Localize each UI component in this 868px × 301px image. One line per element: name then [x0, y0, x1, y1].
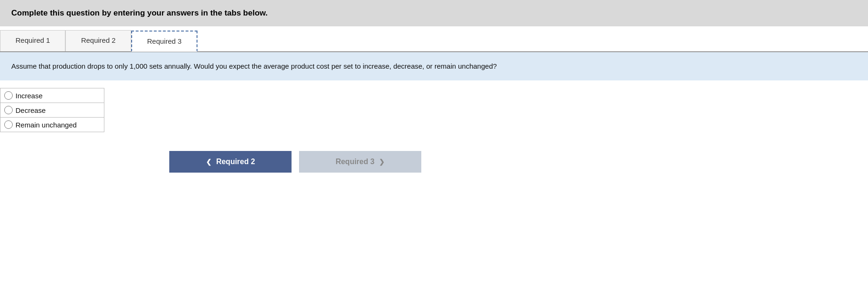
option-increase-radio[interactable] — [4, 91, 13, 100]
question-text: Assume that production drops to only 1,0… — [11, 62, 497, 70]
chevron-right-icon — [379, 158, 385, 166]
option-remain-label: Remain unchanged — [16, 121, 77, 129]
tab-required-3[interactable]: Required 3 — [131, 31, 197, 52]
options-container: Increase Decrease Remain unchanged — [0, 88, 104, 132]
option-remain-radio[interactable] — [4, 120, 13, 129]
instruction-header: Complete this question by entering your … — [0, 0, 868, 26]
option-remain-row: Remain unchanged — [0, 118, 104, 132]
next-button[interactable]: Required 3 — [299, 151, 421, 173]
chevron-left-icon — [206, 158, 212, 166]
instruction-text: Complete this question by entering your … — [11, 8, 268, 17]
tab-required-2[interactable]: Required 2 — [65, 30, 131, 51]
option-increase-row: Increase — [0, 88, 104, 103]
tab-required-1[interactable]: Required 1 — [0, 30, 65, 51]
option-increase-label: Increase — [16, 92, 43, 100]
navigation-buttons: Required 2 Required 3 — [0, 151, 868, 173]
question-area: Assume that production drops to only 1,0… — [0, 52, 868, 80]
tabs-bar: Required 1 Required 2 Required 3 — [0, 30, 868, 52]
next-button-label: Required 3 — [336, 158, 375, 166]
prev-button[interactable]: Required 2 — [169, 151, 292, 173]
prev-button-label: Required 2 — [216, 158, 255, 166]
option-decrease-row: Decrease — [0, 103, 104, 118]
option-decrease-label: Decrease — [16, 106, 46, 114]
option-decrease-radio[interactable] — [4, 106, 13, 114]
